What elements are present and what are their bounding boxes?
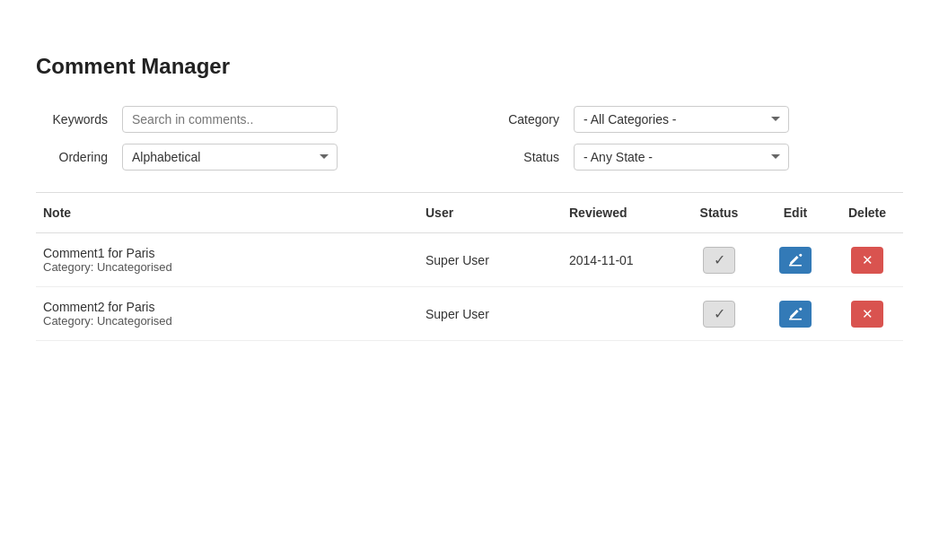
user-cell: Super User [418, 303, 562, 325]
category-label: Category [487, 112, 559, 127]
note-line2: Category: Uncategorised [43, 314, 411, 328]
category-select[interactable]: - All Categories - [574, 106, 789, 133]
note-cell: Comment1 for Paris Category: Uncategoris… [36, 242, 418, 277]
edit-cell [759, 297, 831, 331]
delete-button[interactable]: ✕ [851, 301, 883, 328]
keywords-input[interactable] [122, 106, 338, 133]
edit-button[interactable] [779, 247, 812, 274]
col-reviewed: Reviewed [562, 202, 679, 223]
col-status: Status [679, 202, 759, 223]
reviewed-cell [562, 311, 679, 318]
note-cell: Comment2 for Paris Category: Uncategoris… [36, 296, 418, 331]
delete-cell: ✕ [831, 243, 903, 277]
col-user: User [418, 202, 562, 223]
col-note: Note [36, 202, 418, 223]
status-button[interactable]: ✓ [703, 301, 735, 328]
status-row: Status - Any State - Published Unpublish… [487, 144, 903, 171]
right-filters: Category - All Categories - Status - Any… [487, 106, 903, 171]
table-header: Note User Reviewed Status Edit Delete [36, 193, 903, 233]
svg-rect-1 [789, 319, 802, 320]
edit-icon [788, 307, 803, 321]
reviewed-cell: 2014-11-01 [562, 249, 679, 271]
status-cell: ✓ [679, 297, 759, 331]
category-row: Category - All Categories - [487, 106, 903, 133]
status-label: Status [487, 150, 559, 164]
keywords-row: Keywords [36, 106, 452, 133]
user-cell: Super User [418, 249, 562, 271]
status-select[interactable]: - Any State - Published Unpublished [574, 144, 789, 171]
edit-button[interactable] [779, 301, 812, 328]
note-line1: Comment1 for Paris [43, 246, 411, 260]
col-edit: Edit [759, 202, 831, 223]
status-cell: ✓ [679, 243, 759, 277]
edit-icon [788, 253, 803, 267]
keywords-label: Keywords [36, 112, 108, 127]
table-row: Comment1 for Paris Category: Uncategoris… [36, 233, 903, 287]
left-filters: Keywords Ordering Alphabetical Newest Ol… [36, 106, 452, 171]
table-row: Comment2 for Paris Category: Uncategoris… [36, 287, 903, 341]
ordering-row: Ordering Alphabetical Newest Oldest [36, 144, 452, 171]
col-delete: Delete [831, 202, 903, 223]
delete-cell: ✕ [831, 297, 903, 331]
note-line2: Category: Uncategorised [43, 260, 411, 274]
ordering-select[interactable]: Alphabetical Newest Oldest [122, 144, 338, 171]
comments-table: Note User Reviewed Status Edit Delete Co… [36, 192, 903, 341]
delete-button[interactable]: ✕ [851, 247, 883, 274]
svg-rect-0 [789, 265, 802, 267]
page-title: Comment Manager [36, 54, 903, 79]
status-button[interactable]: ✓ [703, 247, 735, 274]
ordering-label: Ordering [36, 150, 108, 164]
note-line1: Comment2 for Paris [43, 300, 411, 314]
edit-cell [759, 243, 831, 277]
